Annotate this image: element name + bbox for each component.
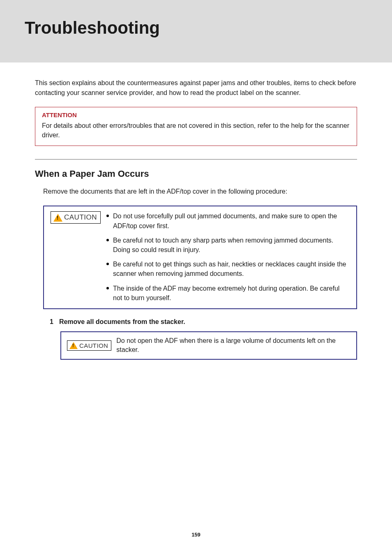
caution-item: Do not use forcefully pull out jammed do… bbox=[106, 211, 350, 230]
section-heading: When a Paper Jam Occurs bbox=[35, 169, 357, 179]
attention-label: ATTENTION bbox=[42, 111, 350, 118]
page-number: 159 bbox=[0, 532, 392, 538]
caution-badge: CAUTION bbox=[51, 211, 101, 224]
step-text: Remove all documents from the stacker. bbox=[59, 318, 185, 326]
caution-badge: CAUTION bbox=[67, 340, 111, 351]
step-number: 1 bbox=[50, 318, 53, 326]
page-title: Troubleshooting bbox=[25, 18, 392, 38]
intro-paragraph: This section explains about the counterm… bbox=[35, 78, 357, 98]
content-area: This section explains about the counterm… bbox=[0, 62, 392, 360]
section-divider bbox=[35, 159, 357, 160]
attention-text: For details about other errors/troubles … bbox=[42, 121, 350, 140]
attention-box: ATTENTION For details about other errors… bbox=[35, 107, 357, 146]
caution-badge-label: CAUTION bbox=[79, 342, 108, 349]
caution-item: The inside of the ADF may become extreme… bbox=[106, 284, 350, 303]
caution-badge-label: CAUTION bbox=[64, 213, 97, 222]
warning-triangle-icon bbox=[53, 214, 62, 222]
caution-list: Do not use forcefully pull out jammed do… bbox=[106, 211, 350, 303]
header-band: Troubleshooting bbox=[0, 0, 392, 62]
step-row: 1 Remove all documents from the stacker. bbox=[50, 318, 357, 326]
step-caution-block: CAUTION Do not open the ADF when there i… bbox=[60, 331, 357, 360]
caution-block: CAUTION Do not use forcefully pull out j… bbox=[43, 206, 357, 309]
caution-row: CAUTION Do not use forcefully pull out j… bbox=[51, 211, 350, 303]
warning-triangle-icon bbox=[69, 342, 78, 349]
section-intro: Remove the documents that are left in th… bbox=[43, 187, 357, 197]
caution-item: Be careful not to touch any sharp parts … bbox=[106, 236, 350, 254]
caution-item: Be careful not to get things such as hai… bbox=[106, 259, 350, 278]
page: Troubleshooting This section explains ab… bbox=[0, 0, 392, 555]
step-caution-text: Do not open the ADF when there is a larg… bbox=[116, 336, 350, 355]
